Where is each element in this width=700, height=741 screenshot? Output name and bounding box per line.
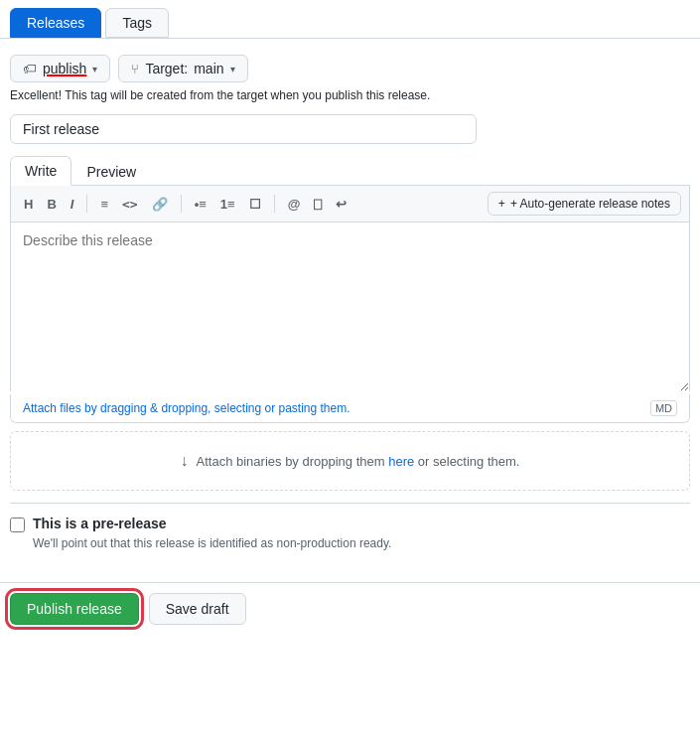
action-row: Publish release Save draft xyxy=(0,582,700,635)
toolbar-numbered-list-button[interactable]: 1≡ xyxy=(215,195,240,214)
tab-preview[interactable]: Preview xyxy=(71,156,151,186)
toolbar-undo-button[interactable]: ↩ xyxy=(331,195,351,214)
branch-icon: ⑂ xyxy=(131,62,139,76)
binary-attach-link[interactable]: here xyxy=(388,454,414,469)
section-divider xyxy=(10,503,690,504)
main-content: 🏷 publish ▾ ⑂ Target: main ▾ Excellent! … xyxy=(0,39,700,582)
editor-tabs: Write Preview xyxy=(10,156,690,186)
toolbar-ordered-list-button[interactable]: ≡ xyxy=(95,195,113,214)
file-attach-text: Attach files by dragging & dropping, sel… xyxy=(23,401,350,415)
target-prefix: Target: xyxy=(145,61,188,76)
auto-generate-plus-icon: + xyxy=(498,197,505,211)
save-draft-button[interactable]: Save draft xyxy=(149,593,246,625)
prerelease-checkbox[interactable] xyxy=(10,518,25,532)
editor-wrapper: Write Preview H B I ≡ <> 🔗 •≡ 1≡ ☐ @ ⎕ ↩… xyxy=(10,156,690,423)
tabs-bar: Releases Tags xyxy=(0,0,700,39)
toolbar-task-list-button[interactable]: ☐ xyxy=(244,195,266,214)
toolbar-code-button[interactable]: <> xyxy=(117,195,143,214)
publish-release-button[interactable]: Publish release xyxy=(10,593,139,625)
toolbar-link-button[interactable]: 🔗 xyxy=(147,195,173,214)
tab-write[interactable]: Write xyxy=(10,156,71,186)
toolbar-separator-1 xyxy=(86,195,87,213)
toolbar-separator-3 xyxy=(274,195,275,213)
toolbar-reference-button[interactable]: ⎕ xyxy=(309,195,327,214)
editor-toolbar: H B I ≡ <> 🔗 •≡ 1≡ ☐ @ ⎕ ↩ + + Auto-gene… xyxy=(10,186,690,222)
toolbar-italic-button[interactable]: I xyxy=(66,195,79,214)
toolbar-heading-button[interactable]: H xyxy=(19,195,38,214)
release-title-input[interactable] xyxy=(10,114,477,144)
tag-info-text: Excellent! This tag will be created from… xyxy=(10,88,690,102)
auto-generate-label: + Auto-generate release notes xyxy=(510,197,670,211)
tag-label: publish xyxy=(43,61,86,76)
tag-icon: 🏷 xyxy=(23,61,37,76)
prerelease-section: This is a pre-release We'll point out th… xyxy=(10,516,690,550)
prerelease-description: We'll point out that this release is ide… xyxy=(33,536,690,550)
tag-target-row: 🏷 publish ▾ ⑂ Target: main ▾ xyxy=(10,55,690,82)
binary-attach-area[interactable]: ↓ Attach binaries by dropping them here … xyxy=(10,431,690,491)
release-description-textarea[interactable] xyxy=(10,222,690,391)
toolbar-mention-button[interactable]: @ xyxy=(283,195,306,214)
toolbar-bold-button[interactable]: B xyxy=(42,195,61,214)
tab-releases[interactable]: Releases xyxy=(10,8,101,38)
binary-attach-text: Attach binaries by dropping them here or… xyxy=(197,454,520,469)
markdown-icon: MD xyxy=(650,400,677,416)
download-icon: ↓ xyxy=(181,452,189,470)
target-button[interactable]: ⑂ Target: main ▾ xyxy=(118,55,247,82)
auto-generate-button[interactable]: + + Auto-generate release notes xyxy=(488,192,681,216)
tag-caret-icon: ▾ xyxy=(92,64,97,74)
tag-select-button[interactable]: 🏷 publish ▾ xyxy=(10,55,110,82)
tab-tags[interactable]: Tags xyxy=(105,8,169,38)
toolbar-separator-2 xyxy=(181,195,182,213)
file-attach-bar: Attach files by dragging & dropping, sel… xyxy=(10,394,690,423)
target-branch: main xyxy=(194,61,223,76)
prerelease-title: This is a pre-release xyxy=(33,516,167,531)
prerelease-label: This is a pre-release xyxy=(10,516,690,532)
toolbar-unordered-list-button[interactable]: •≡ xyxy=(190,195,211,214)
target-caret-icon: ▾ xyxy=(230,64,235,74)
